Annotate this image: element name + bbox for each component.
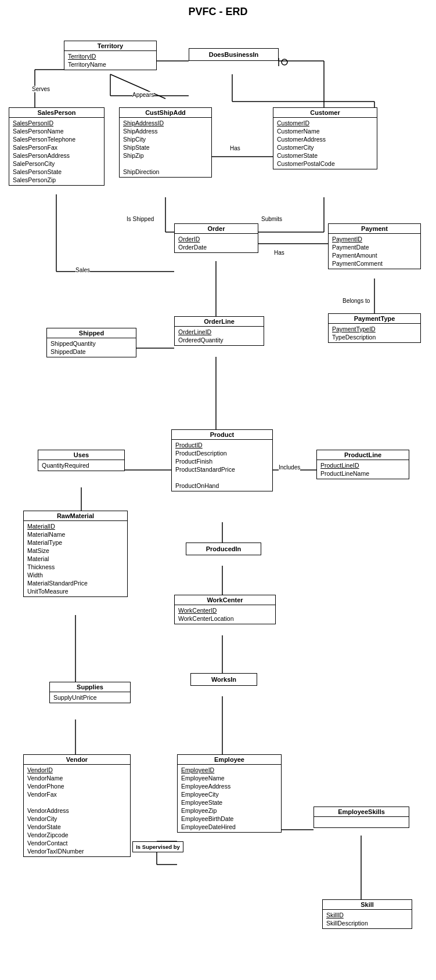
entity-skill: Skill SkillID SkillDescription <box>322 899 412 929</box>
field: ProductDescription <box>175 449 269 457</box>
entity-territory-header: Territory <box>64 41 156 51</box>
entity-rawmaterial: RawMaterial MaterialID MaterialName Mate… <box>23 511 128 597</box>
entity-supplies-body: SupplyUnitPrice <box>50 692 130 703</box>
relationship-producedin: ProducedIn <box>186 543 261 555</box>
entity-employeeskills-header: EmployeeSkills <box>314 807 409 817</box>
label-belongsto: Belongs to <box>343 298 370 304</box>
entity-payment-body: PaymentID PaymentDate PaymentAmount Paym… <box>329 234 420 269</box>
field: TerritoryID <box>68 52 153 60</box>
field: EmployeeBirthDate <box>181 815 278 823</box>
field: TypeDescription <box>332 333 417 341</box>
entity-skill-header: Skill <box>323 900 412 910</box>
field: WorkCenterLocation <box>178 614 272 623</box>
field: SalesPersonTelephone <box>13 135 100 143</box>
field: VendorCity <box>27 815 127 823</box>
entity-employee-body: EmployeeID EmployeeName EmployeeAddress … <box>178 765 281 832</box>
entity-customer: Customer CustomerID CustomerName Custome… <box>273 107 377 169</box>
entity-employeeskills-body <box>314 817 409 827</box>
entity-territory: Territory TerritoryID TerritoryName <box>64 41 157 70</box>
field: EmployeeID <box>181 766 278 774</box>
field: CustomerAddress <box>277 135 373 143</box>
field: OrderID <box>178 235 254 243</box>
field: ProductStandardPrice <box>175 465 269 473</box>
field: UnitToMeasure <box>27 587 124 595</box>
field: ShippedDate <box>51 348 132 356</box>
field: MaterialID <box>27 522 124 530</box>
entity-custshipadd: CustShipAdd ShipAddressID ShipAddress Sh… <box>119 107 212 178</box>
entity-custshipadd-header: CustShipAdd <box>120 108 211 118</box>
field: SupplyUnitPrice <box>53 693 127 701</box>
field: WorkCenterID <box>178 606 272 614</box>
field: SalesPersonState <box>13 168 100 176</box>
label-has-payment: Has <box>274 249 284 256</box>
field: SalePersonCity <box>13 160 100 168</box>
field: ShippedQuantity <box>51 339 132 348</box>
entity-employee: Employee EmployeeID EmployeeName Employe… <box>177 754 282 833</box>
label-serves: Serves <box>32 86 50 92</box>
relationship-doesbusinessin: DoesBusinessIn <box>189 48 279 61</box>
entity-customer-header: Customer <box>273 108 377 118</box>
entity-orderline-body: OrderLineID OrderedQuantity <box>175 327 264 345</box>
entity-salesperson: SalesPerson SalesPersonID SalesPersonNam… <box>9 107 105 186</box>
field: CustomerID <box>277 119 373 127</box>
field: MaterialStandardPrice <box>27 579 124 587</box>
field: ShipCity <box>123 135 208 143</box>
entity-uses-body: QuantityRequired <box>38 460 124 471</box>
field: PaymentAmount <box>332 251 417 259</box>
field: PaymentID <box>332 235 417 243</box>
field: OrderedQuantity <box>178 336 260 344</box>
field: VendorAddress <box>27 807 127 815</box>
field: ShipState <box>123 143 208 151</box>
field: VendorName <box>27 774 127 782</box>
entity-shipped: Shipped ShippedQuantity ShippedDate <box>46 328 136 357</box>
field: MatSize <box>27 547 124 555</box>
entity-customer-body: CustomerID CustomerName CustomerAddress … <box>273 118 377 169</box>
field: VendorZipcode <box>27 831 127 839</box>
entity-payment: Payment PaymentID PaymentDate PaymentAmo… <box>328 223 421 269</box>
entity-product: Product ProductID ProductDescription Pro… <box>171 429 273 491</box>
field: OrderLineID <box>178 328 260 336</box>
field: ShipAddress <box>123 127 208 135</box>
field: PaymentTypeID <box>332 325 417 333</box>
diagram-container: PVFC - ERD <box>0 0 436 980</box>
field: MaterialType <box>27 538 124 547</box>
entity-productline: ProductLine ProductLineID ProductLineNam… <box>316 450 409 479</box>
field: VendorState <box>27 823 127 831</box>
field: PaymentDate <box>332 243 417 251</box>
field: Thickness <box>27 563 124 571</box>
entity-productline-header: ProductLine <box>317 450 409 460</box>
field: PaymentComment <box>332 259 417 267</box>
entity-paymenttype-header: PaymentType <box>329 314 420 324</box>
svg-point-40 <box>282 59 287 65</box>
label-sales: Sales <box>75 267 90 273</box>
page-title: PVFC - ERD <box>0 6 436 18</box>
field: EmployeeName <box>181 774 278 782</box>
entity-uses-header: Uses <box>38 450 124 460</box>
label-includes: Includes <box>279 464 300 471</box>
field: VendorTaxIDNumber <box>27 847 127 855</box>
entity-skill-body: SkillID SkillDescription <box>323 910 412 928</box>
field: ShipDirection <box>123 168 208 176</box>
entity-paymenttype-body: PaymentTypeID TypeDescription <box>329 324 420 342</box>
entity-salesperson-header: SalesPerson <box>9 108 104 118</box>
entity-vendor-header: Vendor <box>24 755 130 765</box>
entity-employeeskills: EmployeeSkills <box>314 807 409 828</box>
field: CustomerCity <box>277 143 373 151</box>
label-has-cust: Has <box>230 145 240 151</box>
field: Width <box>27 571 124 579</box>
entity-rawmaterial-body: MaterialID MaterialName MaterialType Mat… <box>24 521 127 596</box>
field: VendorID <box>27 766 127 774</box>
entity-salesperson-body: SalesPersonID SalesPersonName SalesPerso… <box>9 118 104 185</box>
field: SkillDescription <box>326 919 408 927</box>
field: VendorPhone <box>27 782 127 790</box>
label-isshipped: Is Shipped <box>127 216 154 222</box>
entity-productline-body: ProductLineID ProductLineName <box>317 460 409 479</box>
field: VendorContact <box>27 839 127 847</box>
entity-rawmaterial-header: RawMaterial <box>24 511 127 521</box>
field: EmployeeCity <box>181 790 278 798</box>
label-submits: Submits <box>261 216 282 222</box>
field: TerritoryName <box>68 60 153 68</box>
entity-supplies: Supplies SupplyUnitPrice <box>49 682 131 703</box>
entity-shipped-header: Shipped <box>47 328 136 338</box>
field: EmployeeZip <box>181 807 278 815</box>
